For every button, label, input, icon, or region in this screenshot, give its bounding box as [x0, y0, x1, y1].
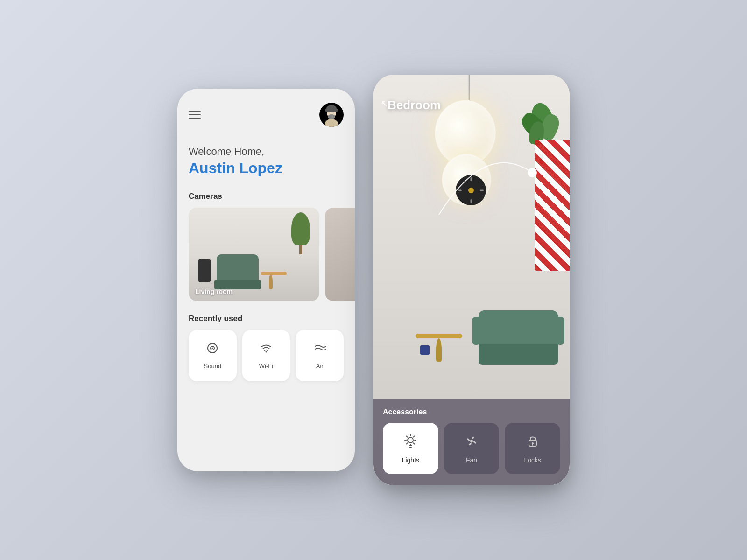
- cameras-section: Cameras: [189, 192, 344, 301]
- accessories-row: Lights Fan: [383, 423, 560, 474]
- user-name: Austin Lopez: [189, 160, 344, 177]
- lights-icon: [403, 434, 418, 452]
- sound-icon: [206, 342, 219, 358]
- air-icon: [313, 342, 326, 358]
- svg-line-20: [414, 436, 415, 437]
- recently-used-section: Recently used Sound: [189, 314, 344, 381]
- air-label: Air: [316, 363, 324, 370]
- avatar[interactable]: [319, 103, 344, 127]
- camera-label-living-room: Living room: [195, 288, 233, 295]
- recently-used-title: Recently used: [189, 314, 344, 323]
- left-phone-header: [189, 103, 344, 127]
- accessory-card-air[interactable]: Air: [296, 330, 344, 381]
- svg-line-19: [414, 443, 415, 444]
- svg-point-12: [530, 170, 535, 175]
- accessories-title: Accessories: [383, 408, 560, 416]
- menu-button[interactable]: [189, 111, 201, 119]
- phone-right: ↖ Bedroom Accessories: [374, 75, 570, 485]
- accessory-card-sound[interactable]: Sound: [189, 330, 237, 381]
- accessories-panel: Accessories: [374, 399, 570, 485]
- svg-point-24: [470, 440, 473, 442]
- svg-line-21: [407, 443, 408, 444]
- camera-card-secondary[interactable]: [325, 208, 355, 301]
- locks-label: Locks: [524, 456, 541, 464]
- svg-point-5: [333, 108, 338, 112]
- svg-point-6: [328, 114, 335, 119]
- bedroom-background: ↖ Bedroom Accessories: [374, 75, 570, 485]
- svg-line-18: [407, 436, 408, 437]
- locks-icon: [525, 434, 540, 452]
- wifi-label: Wi-Fi: [259, 363, 273, 370]
- greeting-text: Welcome Home,: [189, 146, 344, 158]
- lights-label: Lights: [402, 456, 419, 464]
- accessory-fan[interactable]: Fan: [444, 423, 500, 474]
- phones-container: Welcome Home, Austin Lopez Cameras: [177, 75, 570, 485]
- svg-point-13: [408, 437, 413, 443]
- svg-point-10: [266, 351, 267, 353]
- camera-card-living-room[interactable]: Living room: [189, 208, 319, 301]
- svg-point-9: [212, 348, 213, 349]
- svg-point-4: [325, 108, 330, 112]
- fan-label: Fan: [466, 456, 477, 464]
- fan-icon: [464, 434, 479, 452]
- accessory-card-wifi[interactable]: Wi-Fi: [242, 330, 290, 381]
- welcome-section: Welcome Home, Austin Lopez: [189, 146, 344, 177]
- svg-point-11: [528, 168, 537, 177]
- wifi-icon: [260, 342, 273, 358]
- phone-left: Welcome Home, Austin Lopez Cameras: [177, 89, 355, 471]
- accessory-cards: Sound Wi-Fi: [189, 330, 344, 381]
- arc-overlay: [402, 103, 551, 243]
- bedroom-room-label: Bedroom: [388, 98, 441, 112]
- camera-scroll: Living room: [189, 208, 344, 301]
- cameras-title: Cameras: [189, 192, 344, 201]
- sound-label: Sound: [204, 363, 222, 370]
- accessory-lights[interactable]: Lights: [383, 423, 438, 474]
- accessory-locks[interactable]: Locks: [505, 423, 560, 474]
